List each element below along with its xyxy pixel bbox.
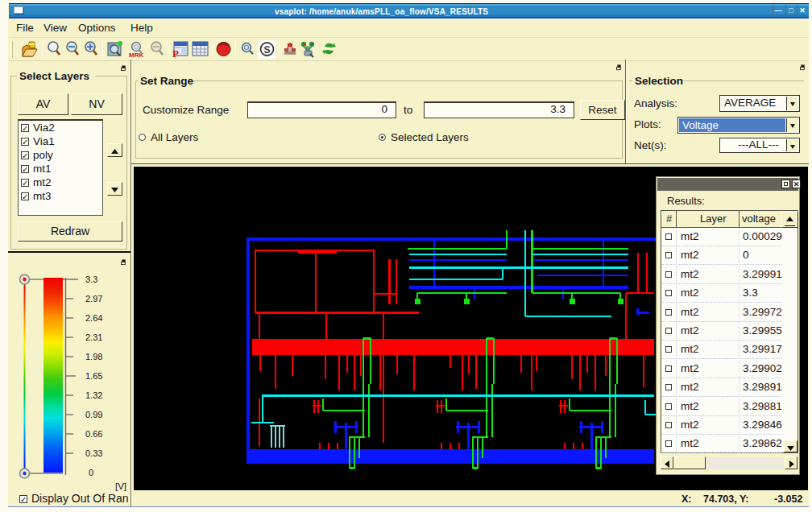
svg-text:P: P (172, 47, 179, 58)
svg-text:2.31: 2.31 (85, 332, 102, 342)
svg-text:MRK: MRK (129, 52, 143, 59)
svg-text:1.32: 1.32 (85, 390, 102, 400)
svg-text:0.99: 0.99 (85, 410, 102, 419)
svg-text:1.65: 1.65 (85, 371, 102, 381)
svg-text:3.3: 3.3 (85, 275, 97, 284)
svg-text:0.33: 0.33 (85, 448, 102, 458)
svg-text:0: 0 (89, 468, 93, 477)
svg-text:1.98: 1.98 (85, 352, 102, 361)
svg-text:S: S (264, 44, 271, 56)
svg-text:2.97: 2.97 (85, 294, 102, 303)
svg-text:0.66: 0.66 (85, 429, 102, 439)
svg-text:2.64: 2.64 (85, 313, 102, 323)
